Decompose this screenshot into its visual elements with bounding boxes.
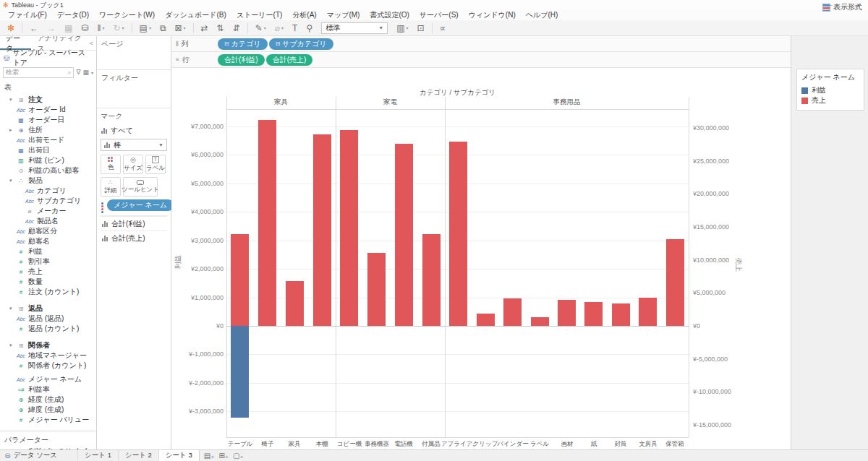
field-経度 (生成)[interactable]: ⊕経度 (生成) (0, 395, 96, 405)
pill-合計(売上)[interactable]: 合計(売上) (266, 54, 313, 66)
field-関係者 (カウント)[interactable]: #関係者 (カウント) (0, 361, 96, 371)
bar-売上-画材[interactable] (558, 300, 576, 326)
field-メーカー[interactable]: ⌀メーカー (0, 206, 96, 216)
refresh-icon[interactable]: ↻▾ (109, 23, 128, 33)
bar-利益-テーブル[interactable] (231, 326, 249, 418)
measure-card-合計(売上)[interactable]: 合計(売上) (101, 231, 167, 245)
field-カテゴリ[interactable]: Abcカテゴリ (0, 186, 96, 196)
pages-shelf[interactable]: ページ (97, 36, 171, 70)
redo-icon[interactable]: → (43, 23, 60, 33)
pill-合計(利益)[interactable]: 合計(利益) (218, 54, 265, 66)
field-製品[interactable]: ▾∴製品 (0, 176, 96, 186)
legend-item-利益[interactable]: 利益 (801, 85, 859, 95)
expander-icon[interactable]: ▸ (9, 127, 15, 133)
sort-descending-icon[interactable]: ⇵ (229, 23, 244, 33)
bar-売上-文房具[interactable] (639, 298, 657, 326)
tab-data-source[interactable]: ⛁ データ ソース (0, 450, 64, 461)
field-利益[interactable]: #利益 (0, 246, 96, 257)
pill-サブカテゴリ[interactable]: ⊟サブカテゴリ (269, 38, 333, 50)
field-地域マネージャー[interactable]: Abc地域マネージャー (0, 350, 96, 361)
menu-item-ワークシート(W)[interactable]: ワークシート(W) (94, 10, 160, 20)
duplicate-icon[interactable]: ⧉ (156, 23, 171, 33)
rows-shelf[interactable]: ≡ 行 合計(利益)合計(売上) (171, 52, 791, 68)
tableau-logo-icon[interactable]: ✻ (3, 23, 19, 33)
sheet-tab-シート 1[interactable]: シート 1 (77, 450, 118, 461)
bar-売上-本棚[interactable] (313, 134, 331, 326)
bar-売上-クリップ[interactable] (477, 314, 495, 326)
add-datasource-icon[interactable]: ⛁ (77, 23, 93, 33)
show-me-button[interactable]: 表示形式 (822, 2, 862, 12)
share-icon[interactable]: ∝ (435, 23, 451, 33)
bar-売上-コピー機[interactable] (340, 130, 358, 326)
menu-item-分析(A)[interactable]: 分析(A) (287, 10, 321, 20)
bar-売上-付属品[interactable] (422, 234, 441, 326)
show-mark-labels-icon[interactable]: ▥▾ (392, 23, 412, 33)
field-関係者[interactable]: ▾⊞関係者 (0, 340, 96, 350)
bar-売上-テーブル[interactable] (231, 234, 249, 326)
new-worksheet-button[interactable]: ▤₊ (204, 452, 215, 460)
field-利益率[interactable]: =#利益率 (0, 384, 96, 395)
sheet-tab-シート 3[interactable]: シート 3 (158, 450, 200, 461)
field-返品[interactable]: ▾⊞返品 (0, 303, 96, 314)
datasource-row[interactable]: ⛁ サンプル - スーパーストア (0, 51, 96, 65)
format-icon[interactable]: ⌀▾ (271, 23, 288, 33)
field-注文 (カウント)[interactable]: #注文 (カウント) (0, 287, 96, 297)
field-緯度 (生成)[interactable]: ⊕緯度 (生成) (0, 405, 96, 415)
swap-rows-columns-icon[interactable]: ⇄ (197, 23, 213, 33)
field-サブカテゴリ[interactable]: Abcサブカテゴリ (0, 196, 96, 206)
field-数量[interactable]: #数量 (0, 277, 96, 287)
field-返品 (カウント)[interactable]: #返品 (カウント) (0, 324, 96, 334)
bar-売上-電話機[interactable] (395, 144, 413, 326)
view-options-dropdown-icon[interactable]: ▾ (91, 70, 93, 75)
expander-icon[interactable]: ▾ (9, 178, 15, 184)
pause-updates-icon[interactable]: ‖▾ (93, 23, 109, 33)
field-割引率[interactable]: #割引率 (0, 257, 96, 267)
field-製品名[interactable]: Abc製品名 (0, 216, 96, 226)
menu-item-サーバー(S)[interactable]: サーバー(S) (414, 10, 464, 20)
mark-type-dropdown[interactable]: 棒 ▼ (101, 139, 167, 151)
field-メジャー ネーム[interactable]: Abcメジャー ネーム (0, 374, 96, 384)
menu-item-ファイル(F)[interactable]: ファイル(F) (3, 10, 52, 20)
bar-売上-ラベル[interactable] (531, 317, 549, 326)
menu-item-ダッシュボード(B)[interactable]: ダッシュボード(B) (160, 10, 231, 20)
field-住所[interactable]: ▸⊕住所 (0, 125, 96, 135)
field-返品 (返品)[interactable]: Abc返品 (返品) (0, 314, 96, 324)
new-story-button[interactable]: ▢₊ (233, 452, 244, 460)
undo-icon[interactable]: ← (25, 23, 43, 33)
measure-card-合計(利益)[interactable]: 合計(利益) (101, 216, 167, 231)
field-利益 (ビン)[interactable]: ▥利益 (ビン) (0, 155, 96, 165)
bar-売上-封筒[interactable] (612, 303, 630, 326)
menu-item-ヘルプ(H)[interactable]: ヘルプ(H) (521, 10, 563, 20)
field-利益の高い顧客[interactable]: ⊙利益の高い顧客 (0, 165, 96, 176)
size-button[interactable]: ◎ サイズ (123, 155, 143, 174)
field-メジャー バリュー[interactable]: #メジャー バリュー (0, 415, 96, 425)
expander-icon[interactable]: ▾ (9, 342, 15, 348)
field-出荷日[interactable]: ▦出荷日 (0, 145, 96, 155)
field-顧客名[interactable]: Abc顧客名 (0, 236, 96, 246)
menu-item-データ(D)[interactable]: データ(D) (52, 10, 94, 20)
field-注文[interactable]: ▾⊞注文 (0, 95, 96, 105)
columns-shelf[interactable]: ⫼ 列 ⊟カテゴリ⊟サブカテゴリ (171, 36, 791, 52)
bar-売上-バインダー[interactable] (503, 298, 522, 326)
new-dashboard-button[interactable]: ⊞₊ (218, 452, 229, 460)
filter-fields-icon[interactable]: ∇ (76, 69, 80, 76)
marks-all-row[interactable]: すべて (101, 126, 166, 136)
save-icon[interactable]: ▦ (60, 23, 77, 33)
field-出荷モード[interactable]: Abc出荷モード (0, 135, 96, 145)
bar-売上-アプライア..[interactable] (449, 142, 467, 326)
sort-ascending-icon[interactable]: ⇅ (213, 23, 229, 33)
bar-売上-椅子[interactable] (258, 120, 276, 326)
collapse-pane-icon[interactable]: < (90, 40, 93, 47)
text-label-icon[interactable]: T (288, 23, 302, 33)
field-売上[interactable]: #売上 (0, 267, 96, 277)
menu-item-マップ(M)[interactable]: マップ(M) (322, 10, 365, 20)
fit-selector[interactable]: 標準▼ (321, 22, 388, 34)
bar-売上-家具[interactable] (286, 281, 304, 326)
label-button[interactable]: T ラベル (145, 155, 166, 174)
presentation-mode-icon[interactable]: ⊡ (413, 23, 429, 33)
bar-売上-事務機器[interactable] (367, 253, 386, 326)
expander-icon[interactable]: ▾ (9, 97, 15, 103)
bar-売上-紙[interactable] (584, 302, 603, 326)
menu-item-ストーリー(T)[interactable]: ストーリー(T) (231, 10, 287, 20)
menu-item-ウィンドウ(N)[interactable]: ウィンドウ(N) (464, 10, 521, 20)
